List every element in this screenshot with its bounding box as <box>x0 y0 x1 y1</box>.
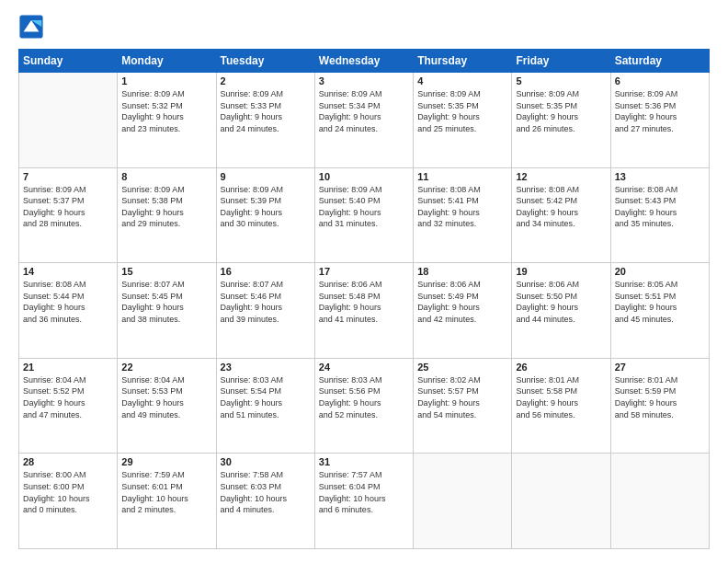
day-info: Sunrise: 8:02 AM Sunset: 5:57 PM Dayligh… <box>417 374 507 420</box>
day-info: Sunrise: 8:09 AM Sunset: 5:40 PM Dayligh… <box>319 184 409 230</box>
calendar-cell: 29Sunrise: 7:59 AM Sunset: 6:01 PM Dayli… <box>118 454 216 549</box>
calendar: SundayMondayTuesdayWednesdayThursdayFrid… <box>18 49 710 549</box>
day-number: 28 <box>23 456 113 467</box>
day-number: 26 <box>516 362 606 373</box>
calendar-cell: 24Sunrise: 8:03 AM Sunset: 5:56 PM Dayli… <box>314 358 413 454</box>
day-number: 24 <box>319 362 409 373</box>
calendar-cell: 23Sunrise: 8:03 AM Sunset: 5:54 PM Dayli… <box>216 358 314 454</box>
day-info: Sunrise: 8:09 AM Sunset: 5:33 PM Dayligh… <box>221 88 311 134</box>
day-info: Sunrise: 7:57 AM Sunset: 6:04 PM Dayligh… <box>319 469 409 515</box>
calendar-cell: 19Sunrise: 8:06 AM Sunset: 5:50 PM Dayli… <box>512 263 610 359</box>
day-number: 23 <box>221 362 311 373</box>
day-header-thursday: Thursday <box>414 50 512 73</box>
day-number: 14 <box>23 266 113 277</box>
day-info: Sunrise: 8:07 AM Sunset: 5:45 PM Dayligh… <box>121 279 211 325</box>
day-info: Sunrise: 8:07 AM Sunset: 5:46 PM Dayligh… <box>221 279 311 325</box>
calendar-cell: 5Sunrise: 8:09 AM Sunset: 5:35 PM Daylig… <box>512 73 610 168</box>
calendar-cell: 3Sunrise: 8:09 AM Sunset: 5:34 PM Daylig… <box>314 73 413 168</box>
day-info: Sunrise: 8:09 AM Sunset: 5:36 PM Dayligh… <box>615 88 705 134</box>
week-row-3: 21Sunrise: 8:04 AM Sunset: 5:52 PM Dayli… <box>19 358 710 454</box>
calendar-cell: 15Sunrise: 8:07 AM Sunset: 5:45 PM Dayli… <box>118 263 216 359</box>
calendar-cell: 8Sunrise: 8:09 AM Sunset: 5:38 PM Daylig… <box>118 167 216 263</box>
day-number: 12 <box>516 171 606 182</box>
day-info: Sunrise: 8:00 AM Sunset: 6:00 PM Dayligh… <box>23 469 113 515</box>
day-info: Sunrise: 8:09 AM Sunset: 5:35 PM Dayligh… <box>516 88 606 134</box>
day-number: 11 <box>417 171 507 182</box>
day-number: 7 <box>23 171 113 182</box>
day-info: Sunrise: 8:09 AM Sunset: 5:38 PM Dayligh… <box>121 184 211 230</box>
calendar-cell: 27Sunrise: 8:01 AM Sunset: 5:59 PM Dayli… <box>610 358 709 454</box>
day-number: 30 <box>221 456 311 467</box>
calendar-body: 1Sunrise: 8:09 AM Sunset: 5:32 PM Daylig… <box>19 73 710 549</box>
calendar-cell: 16Sunrise: 8:07 AM Sunset: 5:46 PM Dayli… <box>216 263 314 359</box>
day-number: 27 <box>615 362 705 373</box>
calendar-cell: 17Sunrise: 8:06 AM Sunset: 5:48 PM Dayli… <box>314 263 413 359</box>
day-info: Sunrise: 8:08 AM Sunset: 5:44 PM Dayligh… <box>23 279 113 325</box>
day-info: Sunrise: 8:01 AM Sunset: 5:58 PM Dayligh… <box>516 374 606 420</box>
calendar-cell: 31Sunrise: 7:57 AM Sunset: 6:04 PM Dayli… <box>314 454 413 549</box>
page-header <box>18 14 710 40</box>
day-info: Sunrise: 7:59 AM Sunset: 6:01 PM Dayligh… <box>121 469 211 515</box>
day-info: Sunrise: 8:09 AM Sunset: 5:39 PM Dayligh… <box>221 184 311 230</box>
calendar-cell: 7Sunrise: 8:09 AM Sunset: 5:37 PM Daylig… <box>19 167 118 263</box>
day-number: 3 <box>319 75 409 86</box>
calendar-cell: 20Sunrise: 8:05 AM Sunset: 5:51 PM Dayli… <box>610 263 709 359</box>
calendar-cell: 25Sunrise: 8:02 AM Sunset: 5:57 PM Dayli… <box>414 358 512 454</box>
calendar-cell: 26Sunrise: 8:01 AM Sunset: 5:58 PM Dayli… <box>512 358 610 454</box>
day-header-saturday: Saturday <box>610 50 709 73</box>
day-number: 17 <box>319 266 409 277</box>
day-info: Sunrise: 8:09 AM Sunset: 5:34 PM Dayligh… <box>319 88 409 134</box>
day-info: Sunrise: 8:04 AM Sunset: 5:53 PM Dayligh… <box>121 374 211 420</box>
day-info: Sunrise: 8:06 AM Sunset: 5:48 PM Dayligh… <box>319 279 409 325</box>
day-number: 5 <box>516 75 606 86</box>
day-header-sunday: Sunday <box>19 50 118 73</box>
calendar-cell: 9Sunrise: 8:09 AM Sunset: 5:39 PM Daylig… <box>216 167 314 263</box>
calendar-cell: 18Sunrise: 8:06 AM Sunset: 5:49 PM Dayli… <box>414 263 512 359</box>
day-info: Sunrise: 8:03 AM Sunset: 5:56 PM Dayligh… <box>319 374 409 420</box>
day-header-friday: Friday <box>512 50 610 73</box>
calendar-cell: 13Sunrise: 8:08 AM Sunset: 5:43 PM Dayli… <box>610 167 709 263</box>
calendar-cell <box>512 454 610 549</box>
calendar-cell: 11Sunrise: 8:08 AM Sunset: 5:41 PM Dayli… <box>414 167 512 263</box>
calendar-cell: 22Sunrise: 8:04 AM Sunset: 5:53 PM Dayli… <box>118 358 216 454</box>
calendar-cell: 4Sunrise: 8:09 AM Sunset: 5:35 PM Daylig… <box>414 73 512 168</box>
day-info: Sunrise: 8:06 AM Sunset: 5:49 PM Dayligh… <box>417 279 507 325</box>
calendar-cell: 6Sunrise: 8:09 AM Sunset: 5:36 PM Daylig… <box>610 73 709 168</box>
calendar-cell: 2Sunrise: 8:09 AM Sunset: 5:33 PM Daylig… <box>216 73 314 168</box>
day-info: Sunrise: 8:03 AM Sunset: 5:54 PM Dayligh… <box>221 374 311 420</box>
day-number: 16 <box>221 266 311 277</box>
day-info: Sunrise: 8:08 AM Sunset: 5:43 PM Dayligh… <box>615 184 705 230</box>
day-number: 1 <box>121 75 211 86</box>
logo <box>18 14 48 40</box>
week-row-1: 7Sunrise: 8:09 AM Sunset: 5:37 PM Daylig… <box>19 167 710 263</box>
day-info: Sunrise: 8:05 AM Sunset: 5:51 PM Dayligh… <box>615 279 705 325</box>
day-number: 25 <box>417 362 507 373</box>
calendar-cell: 28Sunrise: 8:00 AM Sunset: 6:00 PM Dayli… <box>19 454 118 549</box>
calendar-cell: 10Sunrise: 8:09 AM Sunset: 5:40 PM Dayli… <box>314 167 413 263</box>
calendar-cell <box>414 454 512 549</box>
week-row-4: 28Sunrise: 8:00 AM Sunset: 6:00 PM Dayli… <box>19 454 710 549</box>
day-header-tuesday: Tuesday <box>216 50 314 73</box>
day-info: Sunrise: 8:09 AM Sunset: 5:37 PM Dayligh… <box>23 184 113 230</box>
calendar-cell: 21Sunrise: 8:04 AM Sunset: 5:52 PM Dayli… <box>19 358 118 454</box>
day-number: 10 <box>319 171 409 182</box>
day-header-wednesday: Wednesday <box>314 50 413 73</box>
logo-icon <box>18 14 44 40</box>
calendar-cell: 1Sunrise: 8:09 AM Sunset: 5:32 PM Daylig… <box>118 73 216 168</box>
day-info: Sunrise: 8:08 AM Sunset: 5:41 PM Dayligh… <box>417 184 507 230</box>
calendar-cell <box>610 454 709 549</box>
calendar-cell: 12Sunrise: 8:08 AM Sunset: 5:42 PM Dayli… <box>512 167 610 263</box>
day-header-monday: Monday <box>118 50 216 73</box>
day-number: 20 <box>615 266 705 277</box>
day-number: 13 <box>615 171 705 182</box>
day-number: 31 <box>319 456 409 467</box>
day-number: 19 <box>516 266 606 277</box>
days-of-week-row: SundayMondayTuesdayWednesdayThursdayFrid… <box>19 50 710 73</box>
week-row-0: 1Sunrise: 8:09 AM Sunset: 5:32 PM Daylig… <box>19 73 710 168</box>
day-info: Sunrise: 7:58 AM Sunset: 6:03 PM Dayligh… <box>221 469 311 515</box>
day-number: 21 <box>23 362 113 373</box>
day-number: 6 <box>615 75 705 86</box>
calendar-cell <box>19 73 118 168</box>
day-number: 9 <box>221 171 311 182</box>
day-info: Sunrise: 8:09 AM Sunset: 5:35 PM Dayligh… <box>417 88 507 134</box>
